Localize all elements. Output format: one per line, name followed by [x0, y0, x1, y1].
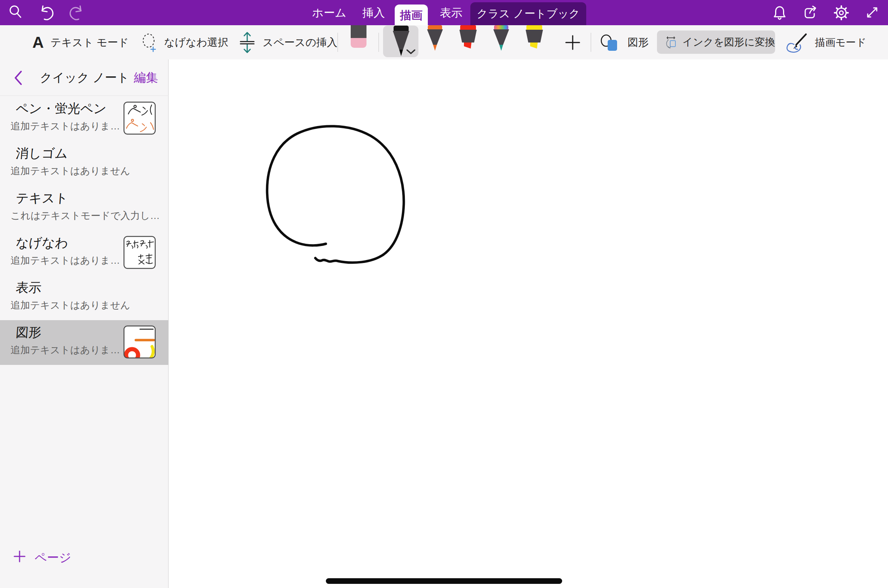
eraser-tool[interactable]: [350, 25, 367, 49]
text-mode-a-icon: A: [32, 35, 44, 50]
hand-drawn-circle-ink: [260, 122, 410, 269]
page-subtitle: 追加テキストはありま…: [11, 254, 120, 267]
orange-pen-tool[interactable]: [426, 25, 444, 52]
ink-to-shape-icon: [665, 31, 677, 53]
draw-mode-label: 描画モード: [815, 36, 866, 49]
ink-to-shape-label: インクを図形に変換: [683, 35, 775, 49]
draw-mode-button[interactable]: 描画モード: [785, 25, 866, 59]
toolbar-divider: [591, 33, 591, 52]
tab-view[interactable]: 表示: [431, 0, 471, 25]
page-list-item[interactable]: テキスト これはテキストモードで入力し…: [0, 186, 169, 231]
page-subtitle: 追加テキストはありま…: [11, 343, 120, 357]
page-list-item[interactable]: 消しゴム 追加テキストはありません: [0, 141, 169, 186]
toolbar-divider: [379, 33, 379, 52]
fullscreen-expand-icon[interactable]: [864, 4, 880, 21]
chevron-down-icon[interactable]: [406, 49, 415, 55]
redo-icon[interactable]: [69, 4, 85, 21]
plus-icon: [14, 550, 26, 562]
tab-draw-selected[interactable]: 描画: [395, 5, 428, 25]
page-subtitle: これはテキストモードで入力し…: [11, 209, 160, 222]
shapes-icon: [600, 33, 621, 52]
page-thumbnail: [123, 325, 156, 359]
page-list-item-selected[interactable]: 図形 追加テキストはありま…: [0, 320, 169, 365]
red-highlighter-tool[interactable]: [459, 25, 477, 52]
shapes-button[interactable]: 図形: [600, 25, 649, 59]
back-chevron-icon[interactable]: [14, 70, 23, 85]
settings-gear-icon[interactable]: [833, 4, 850, 21]
lasso-select-label: なげなわ選択: [164, 35, 228, 50]
page-list-sidebar: クイック ノート 編集 ペン・蛍光ペン 追加テキストはありま…: [0, 59, 169, 588]
page-subtitle: 追加テキストはありま…: [11, 120, 120, 133]
insert-space-label: スペースの挿入: [263, 35, 338, 50]
page-subtitle: 追加テキストはありません: [11, 299, 130, 312]
black-pen-tool-selected[interactable]: [383, 26, 418, 57]
page-title-handwritten: テキスト: [15, 190, 68, 207]
text-mode-button[interactable]: A テキスト モード: [32, 25, 129, 59]
add-page-button[interactable]: ページ: [0, 547, 169, 570]
tab-home[interactable]: ホーム: [309, 0, 350, 25]
ink-to-shape-button[interactable]: インクを図形に変換: [657, 30, 775, 54]
lasso-select-button[interactable]: なげなわ選択: [141, 25, 228, 59]
page-subtitle: 追加テキストはありません: [11, 164, 130, 178]
text-mode-label: テキスト モード: [50, 35, 129, 50]
note-drawing-canvas[interactable]: [169, 59, 888, 588]
tab-class-notebook[interactable]: クラス ノートブック: [470, 2, 586, 25]
add-pen-plus-icon[interactable]: [564, 34, 581, 51]
shapes-label: 図形: [628, 35, 649, 50]
insert-space-button[interactable]: スペースの挿入: [239, 25, 338, 59]
toolbar-divider: [338, 33, 338, 52]
search-icon[interactable]: [8, 4, 24, 21]
page-title-handwritten: ペン・蛍光ペン: [15, 100, 107, 117]
galaxy-pen-tool[interactable]: [492, 25, 510, 52]
page-title-handwritten: 表示: [15, 279, 42, 296]
lasso-icon: [141, 33, 157, 52]
page-list-item[interactable]: 表示 追加テキストはありません: [0, 275, 169, 320]
page-title-handwritten: なげなわ: [15, 234, 68, 252]
draw-toolbar: A テキスト モード なげなわ選択 スペースの挿入: [0, 25, 888, 60]
tab-insert[interactable]: 挿入: [354, 0, 394, 25]
page-thumbnail: [123, 102, 156, 135]
notifications-bell-icon[interactable]: [771, 4, 788, 21]
notebook-section-title: クイック ノート: [40, 59, 123, 96]
page-title-handwritten: 図形: [15, 324, 42, 341]
top-app-bar: ホーム 挿入 描画 表示 クラス ノートブック: [0, 0, 888, 25]
edit-button[interactable]: 編集: [134, 59, 158, 96]
page-list-item[interactable]: なげなわ 追加テキストはありま…: [0, 231, 169, 275]
onenote-app: ホーム 挿入 描画 表示 クラス ノートブック: [0, 0, 888, 588]
yellow-highlighter-tool[interactable]: [525, 25, 543, 52]
page-list-item[interactable]: ペン・蛍光ペン 追加テキストはありま…: [0, 96, 169, 141]
sidebar-header: クイック ノート 編集: [0, 59, 169, 96]
share-icon[interactable]: [802, 4, 819, 21]
draw-mode-hand-pen-icon: [785, 32, 808, 53]
undo-icon[interactable]: [38, 4, 54, 21]
home-indicator-bar[interactable]: [326, 578, 562, 584]
page-thumbnail: [123, 236, 156, 269]
page-title-handwritten: 消しゴム: [15, 145, 68, 162]
insert-space-icon: [239, 31, 256, 54]
add-page-label: ページ: [35, 550, 71, 566]
